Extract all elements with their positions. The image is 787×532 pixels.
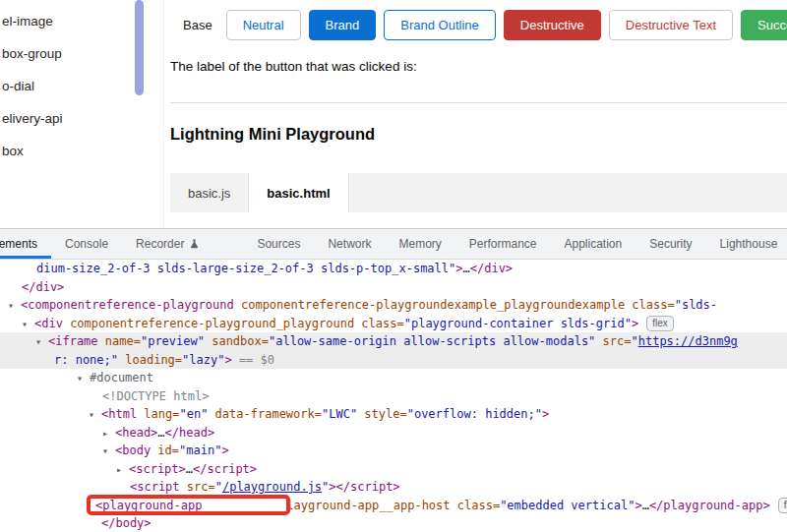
syntax-token: " — [631, 334, 637, 348]
browser-window: el-imagebox-groupo-dialelivery-apibox Ba… — [0, 0, 787, 532]
syntax-token: "allow-same-origin allow-scripts allow-m… — [269, 334, 595, 348]
devtools-tab-label: Elements — [0, 237, 37, 251]
example-button-brand[interactable]: Brand — [309, 10, 377, 40]
syntax-token: <script — [130, 480, 180, 494]
syntax-token: <head> — [115, 426, 157, 440]
syntax-token: class= — [451, 499, 501, 512]
expand-arrow-down-icon[interactable]: ▾ — [102, 443, 115, 461]
example-button-destructive[interactable]: Destructive — [504, 10, 601, 40]
example-button-base[interactable]: Base — [177, 10, 218, 40]
playground-title: Lightning Mini Playground — [170, 125, 375, 144]
divider — [170, 102, 787, 103]
dom-tree-line[interactable]: ▸<head>…</head> — [0, 424, 787, 443]
syntax-token: "overflow: hidden;" — [407, 407, 542, 421]
attribute-link[interactable]: https://d3nm9g — [638, 334, 738, 348]
sidebar-item-elivery-api[interactable]: elivery-api — [0, 102, 163, 135]
syntax-token: id= — [151, 443, 179, 457]
dom-tree-line[interactable]: <!DOCTYPE html> — [0, 387, 787, 406]
devtools-tab-security[interactable]: Security — [636, 229, 705, 259]
dom-tree-line[interactable]: ▾<iframe name="preview" sandbox="allow-s… — [0, 332, 787, 351]
syntax-token: </script> — [336, 480, 400, 494]
devtools-tab-lighthouse[interactable]: Lighthouse — [706, 229, 787, 259]
expand-arrow-down-icon[interactable]: ▾ — [22, 316, 34, 334]
devtools-tab-memory[interactable]: Memory — [385, 229, 454, 259]
expand-arrow-down-icon[interactable]: ▾ — [8, 297, 21, 316]
syntax-token: style= — [357, 407, 407, 421]
example-button-success[interactable]: Success — [741, 10, 787, 40]
syntax-token: sandbox= — [205, 334, 269, 348]
syntax-token: </body> — [101, 516, 151, 530]
playground-tab-basic.js[interactable]: basic.js — [170, 173, 249, 212]
devtools-tab-label: Security — [649, 237, 692, 251]
devtools-tab-label: Memory — [398, 237, 441, 251]
example-button-neutral[interactable]: Neutral — [226, 10, 301, 40]
flex-badge[interactable]: flex — [778, 498, 787, 513]
syntax-token: componentreference-playground_playground — [63, 317, 354, 330]
example-button-brand-outline[interactable]: Brand Outline — [384, 10, 496, 40]
dom-tree-line[interactable]: ▾<componentreference-playground componen… — [0, 296, 787, 315]
syntax-token: name= — [98, 334, 141, 348]
dom-tree-line[interactable]: </body> — [0, 514, 787, 532]
dom-tree-line[interactable]: </div> — [0, 278, 787, 297]
devtools-tab-sources[interactable]: Sources — [243, 229, 314, 259]
sidebar-item-box[interactable]: box — [0, 135, 163, 167]
dom-tree-line[interactable]: ▸<script>…</script> — [0, 460, 787, 479]
syntax-token: layground-app__app-host — [286, 499, 450, 512]
syntax-token: "preview" — [141, 334, 205, 348]
devtools-tab-label: Performance — [469, 237, 537, 251]
syntax-token: " — [215, 480, 222, 494]
syntax-token: r: none;" — [54, 353, 118, 367]
dom-tree-line[interactable]: ▾<body id="main"> — [0, 442, 787, 460]
expand-arrow-down-icon[interactable]: ▾ — [89, 406, 101, 425]
devtools-tab-recorder[interactable]: Recorder — [122, 229, 213, 259]
flex-badge[interactable]: flex — [646, 316, 674, 331]
syntax-token: … — [463, 262, 470, 275]
syntax-token: "en" — [179, 407, 208, 421]
expand-arrow-right-icon[interactable]: ▸ — [102, 425, 115, 443]
dom-tree-line[interactable]: ▾#document — [0, 369, 787, 387]
syntax-token: … — [157, 426, 164, 440]
attribute-link[interactable]: /playground.js — [222, 480, 322, 494]
syntax-token: == $0 — [232, 353, 274, 367]
syntax-token: loading= — [118, 353, 182, 367]
devtools-tab-console[interactable]: Console — [51, 229, 122, 259]
expand-arrow-down-icon[interactable]: ▾ — [35, 333, 48, 352]
syntax-token: class= — [354, 317, 404, 330]
devtools-tab-performance[interactable]: Performance — [455, 229, 551, 259]
syntax-token: </head> — [165, 426, 215, 440]
devtools-tab-network[interactable]: Network — [314, 229, 385, 259]
devtools-tab-label: Recorder — [136, 237, 184, 251]
dom-tree-line[interactable]: r: none;" loading="lazy"> == $0 — [0, 351, 787, 370]
syntax-token: > — [224, 353, 231, 367]
syntax-token: <componentreference-playground — [21, 298, 234, 312]
dom-tree-line[interactable]: ▾<html lang="en" data-framework="LWC" st… — [0, 405, 787, 424]
button-examples-row: BaseNeutralBrandBrand OutlineDestructive… — [177, 10, 787, 40]
expand-arrow-down-icon[interactable]: ▾ — [77, 370, 90, 388]
devtools-tab-label: Application — [565, 237, 623, 251]
syntax-token: src= — [595, 334, 631, 348]
syntax-token: </div> — [22, 280, 64, 294]
dom-tree-line[interactable]: <script src="/playground.js"></script> — [0, 478, 787, 497]
devtools-tab-application[interactable]: Application — [551, 229, 636, 259]
syntax-token: > — [221, 443, 228, 457]
devtools-panel: ElementsConsoleRecorderSourcesNetworkMem… — [0, 228, 787, 532]
syntax-token: <iframe — [48, 334, 98, 348]
component-reference-page: el-imagebox-groupo-dialelivery-apibox Ba… — [0, 0, 787, 228]
syntax-token: dium-size_2-of-3 slds-large-size_2-of-3 … — [36, 262, 455, 275]
dom-tree-line[interactable]: <playground-applayground-app__app-host c… — [0, 497, 787, 515]
experiment-flask-icon — [189, 238, 200, 250]
syntax-token: </script> — [193, 462, 257, 476]
dom-tree-line[interactable]: ▾<div componentreference-playground_play… — [0, 315, 787, 333]
playground-tab-basic.html[interactable]: basic.html — [249, 173, 348, 212]
expand-arrow-right-icon[interactable]: ▸ — [116, 461, 129, 480]
syntax-token: </playground-app> — [649, 499, 770, 512]
syntax-token: <body — [115, 443, 151, 457]
example-button-destructive-text[interactable]: Destructive Text — [609, 10, 733, 40]
syntax-token: "LWC" — [322, 407, 357, 421]
devtools-tab-elements[interactable]: Elements — [0, 229, 51, 259]
syntax-token: <!DOCTYPE html> — [102, 389, 209, 403]
sidebar-scrollbar-thumb[interactable] — [135, 0, 144, 95]
syntax-token: "playground-container slds-grid" — [404, 317, 632, 330]
devtools-tab-bar: ElementsConsoleRecorderSourcesNetworkMem… — [0, 229, 787, 260]
dom-tree-line[interactable]: dium-size_2-of-3 slds-large-size_2-of-3 … — [0, 260, 787, 278]
